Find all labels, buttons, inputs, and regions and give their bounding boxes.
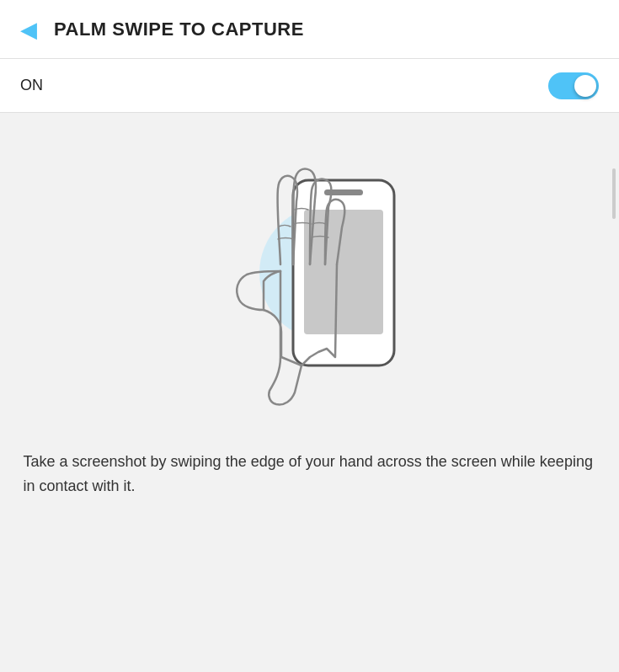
palm-swipe-toggle[interactable] <box>548 72 599 99</box>
toggle-label: ON <box>20 77 43 94</box>
hand-icon <box>200 147 369 408</box>
page-title: PALM SWIPE TO CAPTURE <box>54 19 304 40</box>
description-text: Take a screenshot by swiping the edge of… <box>24 450 596 499</box>
header: ◀ PALM SWIPE TO CAPTURE <box>0 0 619 59</box>
back-button[interactable]: ◀ <box>17 15 40 44</box>
toggle-row: ON <box>0 59 619 113</box>
scrollbar[interactable] <box>612 168 616 219</box>
toggle-thumb <box>574 75 596 97</box>
palm-swipe-illustration <box>175 138 445 424</box>
main-content: Take a screenshot by swiping the edge of… <box>0 113 619 519</box>
